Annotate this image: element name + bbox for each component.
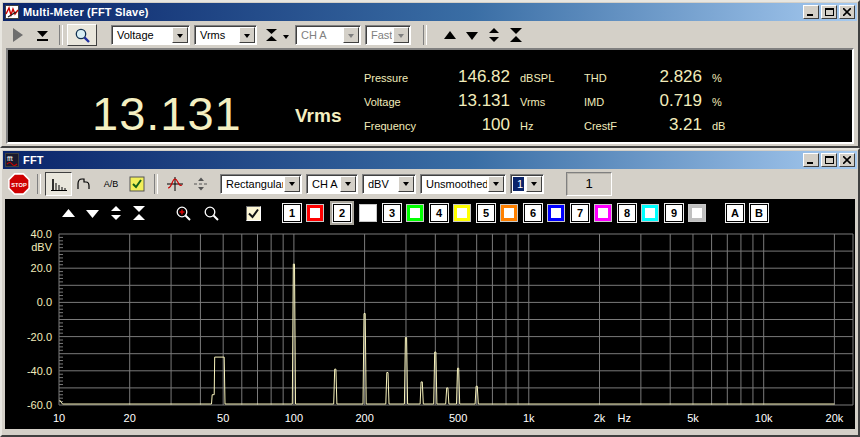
overlay-count-display: 1 [566,172,612,196]
toolbar-separator [154,174,158,194]
minimize-icon [807,157,815,164]
limits-icon [192,176,210,192]
trace-swatch-1[interactable] [307,205,323,221]
svg-text:Hz: Hz [618,412,631,424]
svg-text:20.0: 20.0 [31,262,52,274]
ab-compare-button[interactable]: A/B [98,172,124,196]
window-function-combo-value: Rectangular [221,178,283,190]
plot-scale-compress-button[interactable] [133,206,145,220]
trace-button-6[interactable]: 6 [524,204,542,222]
trace-swatch-4[interactable] [454,205,470,221]
stop-button[interactable]: STOP [5,171,33,197]
zoom-in-button[interactable] [175,205,192,222]
trace-button-4[interactable]: 4 [430,204,448,222]
zoom-out-icon [203,205,220,222]
run-button[interactable] [5,24,30,46]
combo-dropdown-icon[interactable] [340,176,356,192]
svg-text:0.0: 0.0 [37,296,52,308]
fft-window-title: FFT [23,154,801,166]
limits-button[interactable] [188,172,214,196]
curve-view-button[interactable] [72,172,98,196]
trace-button-5[interactable]: 5 [477,204,495,222]
trace-button-1[interactable]: 1 [283,204,301,222]
readout-value: 13.131 [428,91,520,111]
dock-button[interactable] [30,24,55,46]
close-button[interactable] [839,5,855,19]
multimeter-titlebar[interactable]: Multi-Meter (FFT Slave) [3,3,857,21]
maximize-button[interactable] [821,5,837,19]
trace-visibility-checkbox[interactable] [246,206,261,221]
toolbar-separator [59,25,63,45]
trace-swatch-7[interactable] [595,205,611,221]
svg-text:40.0: 40.0 [31,228,52,240]
axes-setup-button[interactable] [162,172,188,196]
trace-button-7[interactable]: 7 [571,204,589,222]
readout-value: 3.21 [636,115,712,135]
trace-swatch-8[interactable] [642,205,658,221]
trace-button-2[interactable]: 2 [333,204,351,222]
combo-dropdown-icon[interactable] [488,176,504,192]
memory-a-button[interactable]: A [726,204,744,222]
combo-dropdown-icon[interactable] [526,176,542,192]
checkmark-icon [248,208,259,219]
fft-titlebar[interactable]: fft FFT [3,151,857,169]
svg-text:dBV: dBV [31,241,52,253]
svg-text:-40.0: -40.0 [27,365,52,377]
options-button[interactable] [124,172,150,196]
toolbar-separator [37,174,41,194]
range-down-button[interactable] [461,24,483,46]
trace-button-8[interactable]: 8 [618,204,636,222]
close-button[interactable] [839,153,855,167]
readout-label: Frequency [364,120,428,132]
readout-value: 0.719 [636,91,712,111]
fft-channel-combo[interactable]: CH A [306,174,358,194]
trace-button-3[interactable]: 3 [383,204,401,222]
plot-scale-up-button[interactable] [62,209,75,218]
minimize-button[interactable] [803,153,819,167]
plot-scale-down-button[interactable] [86,209,99,218]
readout-value: 146.82 [428,67,520,87]
trace-button-9[interactable]: 9 [665,204,683,222]
range-expand-button[interactable] [483,24,505,46]
collapse-icon [265,28,278,42]
window-function-combo[interactable]: Rectangular [220,174,302,194]
combo-dropdown-icon[interactable] [172,27,188,43]
meter-unit-combo-value: Vrms [195,29,238,41]
overlay-select-combo[interactable]: 1 [510,174,544,194]
smoothing-combo[interactable]: Unsmoothed [420,174,506,194]
range-up-button[interactable] [439,24,461,46]
spectrum-view-button[interactable] [45,172,72,196]
fft-toolbar: STOP A/B [2,170,858,197]
trace-swatch-2[interactable] [360,205,376,221]
amplitude-scale-combo[interactable]: dBV [362,174,416,194]
readout-unit: % [712,96,742,108]
trace-swatch-5[interactable] [501,205,517,221]
combo-dropdown-icon[interactable] [398,176,414,192]
trace-swatch-9[interactable] [689,205,705,221]
checklist-icon [129,176,145,192]
maximize-icon [825,8,834,16]
svg-text:2k: 2k [594,412,606,424]
minimize-button[interactable] [803,5,819,19]
svg-text:10: 10 [53,412,65,424]
meter-speed-combo: Fast [365,25,411,45]
readout-unit: dBSPL [520,72,584,84]
plot-scale-expand-button[interactable] [110,206,122,220]
compress-range-dropdown-icon[interactable] [283,35,289,42]
measurement-combo[interactable]: Voltage [111,25,190,45]
zoom-out-button[interactable] [203,205,220,222]
range-compress-button[interactable] [505,24,527,46]
trace-swatch-3[interactable] [407,205,423,221]
combo-dropdown-icon[interactable] [284,176,300,192]
memory-b-button[interactable]: B [750,204,768,222]
readout-value: 100 [428,115,520,135]
svg-text:fft: fft [7,155,13,162]
combo-dropdown-icon[interactable] [239,27,255,43]
fft-plot[interactable]: 40.020.00.0-20.0-40.0-60.0dBV10205010020… [5,199,859,433]
peak-zoom-toggle-button[interactable] [67,24,97,46]
compress-range-button[interactable] [261,24,281,46]
overlay-select-combo-value: 1 [513,177,524,191]
maximize-button[interactable] [821,153,837,167]
meter-unit-combo[interactable]: Vrms [194,25,257,45]
trace-swatch-6[interactable] [548,205,564,221]
